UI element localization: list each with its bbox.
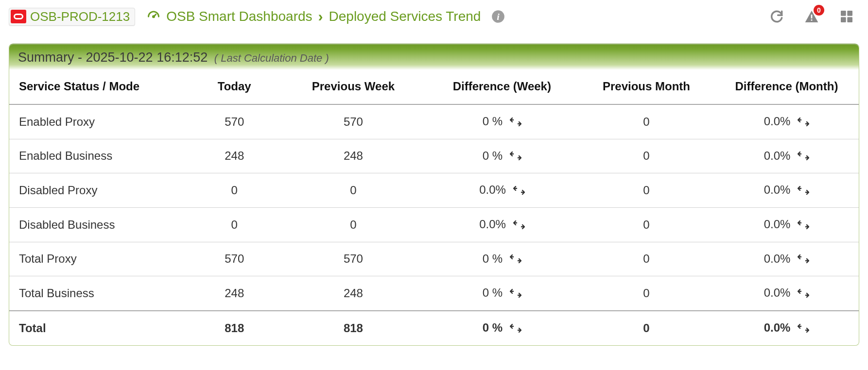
cell-diff-week: 0.0% <box>426 207 579 242</box>
svg-rect-8 <box>847 17 852 22</box>
cell-prev-month: 0 <box>578 207 714 242</box>
table-row: Total Proxy 570 570 0 % 0 0.0% <box>9 242 859 276</box>
svg-rect-7 <box>841 17 846 22</box>
swap-icon <box>798 252 809 266</box>
panel-title-prefix: Summary - <box>18 50 86 65</box>
cell-prev-week: 570 <box>281 104 425 139</box>
cell-label: Disabled Proxy <box>9 173 188 208</box>
col-today[interactable]: Today <box>188 70 281 104</box>
cell-diff-week: 0 % <box>426 139 579 173</box>
alert-count-badge: 0 <box>814 5 824 16</box>
breadcrumb-dashboards[interactable]: OSB Smart Dashboards <box>166 9 312 24</box>
cell-label: Enabled Business <box>9 139 188 173</box>
cell-diff-month: 0.0% <box>714 173 859 208</box>
environment-name: OSB-PROD-1213 <box>30 9 130 24</box>
cell-prev-week: 0 <box>281 173 425 208</box>
cell-today: 570 <box>188 104 281 139</box>
col-prev-week[interactable]: Previous Week <box>281 70 425 104</box>
panel-timestamp: 2025-10-22 16:12:52 <box>86 50 208 65</box>
svg-rect-3 <box>811 15 813 18</box>
svg-rect-5 <box>841 11 846 16</box>
panel-title: Summary - 2025-10-22 16:12:52 <box>18 50 211 65</box>
panel-header: Summary - 2025-10-22 16:12:52 ( Last Cal… <box>9 44 859 70</box>
summary-table: Service Status / Mode Today Previous Wee… <box>9 70 859 345</box>
cell-today: 248 <box>188 276 281 311</box>
cell-diff-month: 0.0% <box>714 276 859 311</box>
col-service-status[interactable]: Service Status / Mode <box>9 70 188 104</box>
cell-diff-month: 0.0% <box>714 139 859 173</box>
cell-label: Total Proxy <box>9 242 188 276</box>
table-total-row: Total 818 818 0 % 0 0.0% <box>9 311 859 345</box>
breadcrumb: OSB Smart Dashboards › Deployed Services… <box>147 8 505 25</box>
panel-subtitle: ( Last Calculation Date ) <box>214 52 329 64</box>
swap-icon <box>798 184 809 198</box>
table-row: Enabled Business 248 248 0 % 0 0.0% <box>9 139 859 173</box>
cell-label: Enabled Proxy <box>9 104 188 139</box>
swap-icon <box>513 184 525 198</box>
cell-diff-week: 0.0% <box>426 173 579 208</box>
table-row: Enabled Proxy 570 570 0 % 0 0.0% <box>9 104 859 139</box>
cell-diff-month: 0.0% <box>714 311 859 345</box>
cell-prev-month: 0 <box>578 104 714 139</box>
cell-prev-week: 248 <box>281 276 425 311</box>
cell-prev-month: 0 <box>578 242 714 276</box>
dashboard-icon <box>147 9 160 24</box>
swap-icon <box>510 150 521 163</box>
cell-today: 818 <box>188 311 281 345</box>
swap-icon <box>513 219 525 232</box>
cell-prev-week: 570 <box>281 242 425 276</box>
cell-prev-month: 0 <box>578 276 714 311</box>
table-row: Disabled Proxy 0 0 0.0% 0 0.0% <box>9 173 859 208</box>
svg-rect-4 <box>811 19 813 21</box>
svg-point-0 <box>153 16 155 17</box>
swap-icon <box>798 287 809 301</box>
cell-prev-month: 0 <box>578 173 714 208</box>
svg-text:i: i <box>497 11 500 22</box>
environment-badge[interactable]: OSB-PROD-1213 <box>9 8 135 26</box>
cell-today: 570 <box>188 242 281 276</box>
cell-prev-month: 0 <box>578 139 714 173</box>
cell-diff-month: 0.0% <box>714 207 859 242</box>
swap-icon <box>510 116 521 129</box>
col-diff-month[interactable]: Difference (Month) <box>714 70 859 104</box>
cell-today: 0 <box>188 207 281 242</box>
chevron-right-icon: › <box>318 8 323 25</box>
refresh-button[interactable] <box>769 9 784 24</box>
cell-prev-week: 248 <box>281 139 425 173</box>
table-row: Disabled Business 0 0 0.0% 0 0.0% <box>9 207 859 242</box>
cell-label: Total <box>9 311 188 345</box>
table-header-row: Service Status / Mode Today Previous Wee… <box>9 70 859 104</box>
swap-icon <box>798 116 809 129</box>
cell-diff-week: 0 % <box>426 276 579 311</box>
swap-icon <box>798 150 809 163</box>
cell-label: Total Business <box>9 276 188 311</box>
cell-prev-month: 0 <box>578 311 714 345</box>
cell-prev-week: 818 <box>281 311 425 345</box>
oracle-logo-icon <box>11 10 26 23</box>
cell-today: 0 <box>188 173 281 208</box>
top-bar: OSB-PROD-1213 OSB Smart Dashboards › Dep… <box>0 0 868 29</box>
swap-icon <box>798 322 809 336</box>
cell-today: 248 <box>188 139 281 173</box>
col-diff-week[interactable]: Difference (Week) <box>426 70 579 104</box>
swap-icon <box>510 252 521 266</box>
swap-icon <box>510 322 521 336</box>
info-icon[interactable]: i <box>491 10 505 23</box>
cell-diff-week: 0 % <box>426 311 579 345</box>
swap-icon <box>798 219 809 232</box>
cell-diff-month: 0.0% <box>714 104 859 139</box>
cell-prev-week: 0 <box>281 207 425 242</box>
svg-rect-6 <box>847 11 852 16</box>
swap-icon <box>510 287 521 301</box>
col-prev-month[interactable]: Previous Month <box>578 70 714 104</box>
cell-label: Disabled Business <box>9 207 188 242</box>
top-right-tools: 0 <box>769 9 859 24</box>
breadcrumb-page[interactable]: Deployed Services Trend <box>329 9 481 24</box>
summary-panel: Summary - 2025-10-22 16:12:52 ( Last Cal… <box>9 44 859 346</box>
cell-diff-month: 0.0% <box>714 242 859 276</box>
cell-diff-week: 0 % <box>426 104 579 139</box>
alerts-button[interactable]: 0 <box>804 9 819 24</box>
cell-diff-week: 0 % <box>426 242 579 276</box>
apps-button[interactable] <box>839 9 854 24</box>
table-row: Total Business 248 248 0 % 0 0.0% <box>9 276 859 311</box>
